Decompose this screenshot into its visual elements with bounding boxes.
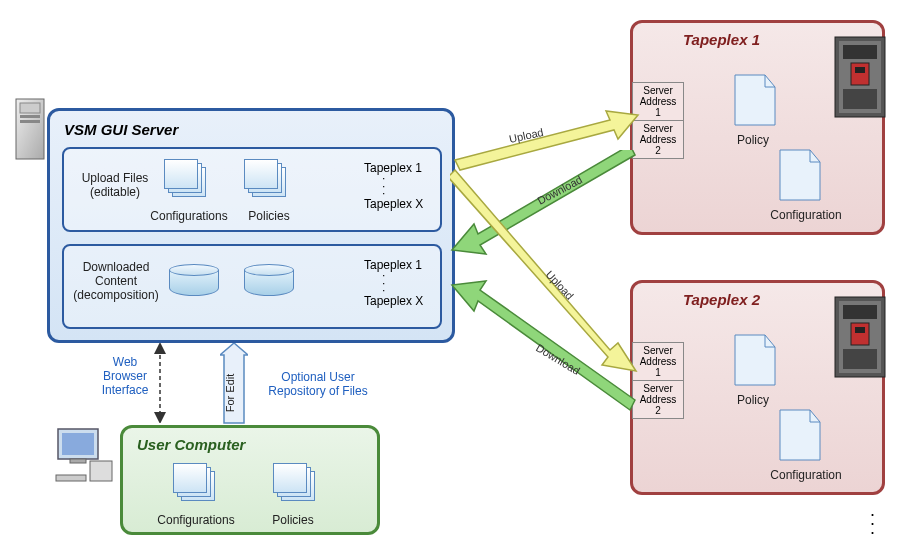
web-browser-arrow [150,343,170,423]
user-policies-label: Policies [258,513,328,527]
tapeplex2-config-icon [778,408,822,462]
tapeplex1-addr2: Server Address 2 [633,121,683,158]
svg-rect-2 [20,115,40,118]
policy-stack-icon [244,159,289,199]
svg-rect-22 [843,349,877,369]
tapeplex2-config-label: Configuration [761,468,851,482]
tapeplex-1-title: Tapeplex 1 [683,31,760,48]
svg-rect-20 [851,323,869,345]
tapeplex2-addr2: Server Address 2 [633,381,683,418]
optional-repo-label: Optional User Repository of Files [258,370,378,398]
tapeplex-last-2: Tapeplex X [364,294,423,308]
svg-rect-15 [855,67,865,73]
user-policy-stack-icon [273,463,318,503]
tapeplex2-rack-icon [833,295,888,380]
user-panel-title: User Computer [137,436,245,453]
upload-tapeplex-list: Tapeplex 1 ··· Tapeplex X [364,161,423,211]
svg-rect-13 [843,45,877,59]
tapeplex1-config-icon [778,148,822,202]
tapeplex2-policy-label: Policy [728,393,778,407]
desktop-computer-icon [50,425,120,485]
for-edit-arrow: For Edit [220,343,248,428]
server-panel-title: VSM GUI Server [64,121,178,138]
svg-rect-19 [843,305,877,319]
tapeplex1-addr1: Server Address 1 [633,83,683,121]
user-computer-panel: User Computer Configurations Policies [120,425,380,535]
configs-label-upload: Configurations [144,209,234,223]
upload-subpanel: Upload Files (editable) Configurations P… [62,147,442,232]
download-tapeplex-list: Tapeplex 1 ··· Tapeplex X [364,258,423,308]
tapeplex2-addr1: Server Address 1 [633,343,683,381]
tapeplex-last: Tapeplex X [364,197,423,211]
tapeplex-2-title: Tapeplex 2 [683,291,760,308]
standalone-server-icon [10,95,50,165]
user-configs-label: Configurations [151,513,241,527]
continuation-dots: ··· [870,510,875,537]
vsm-gui-server-panel: VSM GUI Server Upload Files (editable) C… [47,108,455,343]
user-config-stack-icon [173,463,218,503]
svg-rect-1 [20,103,40,113]
downloaded-subpanel: Downloaded Content (decomposition) Tapep… [62,244,442,329]
tapeplex1-config-label: Configuration [761,208,851,222]
svg-rect-16 [843,89,877,109]
svg-rect-14 [851,63,869,85]
config-cylinder-icon [169,264,219,302]
policy-cylinder-icon [244,264,294,302]
tapeplex2-policy-icon [733,333,777,387]
tapeplex1-policy-icon [733,73,777,127]
tapeplex1-rack-icon [833,35,888,120]
svg-rect-3 [20,120,40,123]
svg-rect-9 [90,461,112,481]
tapeplex-first-2: Tapeplex 1 [364,258,423,272]
policies-label-upload: Policies [239,209,299,223]
upload-files-label: Upload Files (editable) [72,171,158,199]
svg-rect-8 [70,459,86,463]
tapeplex-first: Tapeplex 1 [364,161,423,175]
downloaded-content-label: Downloaded Content (decomposition) [68,260,164,302]
tapeplex1-policy-label: Policy [728,133,778,147]
svg-text:For Edit: For Edit [224,374,236,413]
svg-rect-10 [56,475,86,481]
web-browser-interface-label: Web Browser Interface [94,355,156,397]
svg-rect-7 [62,433,94,455]
config-stack-icon [164,159,209,199]
download-arrow-2: Download [450,275,640,415]
svg-rect-21 [855,327,865,333]
